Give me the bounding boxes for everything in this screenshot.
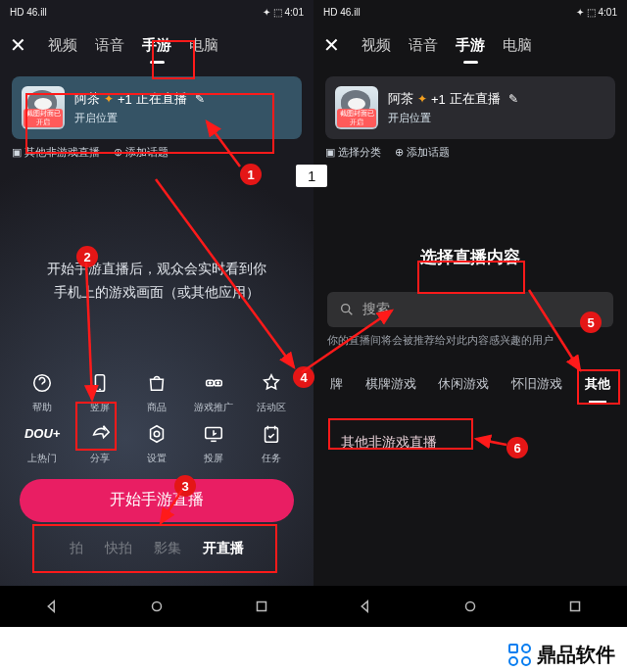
help-button[interactable]: 帮助 xyxy=(18,369,67,414)
dou-button[interactable]: DOU+上热门 xyxy=(18,420,67,465)
live-info-card[interactable]: 截图封面已开启 阿茶✦+1正在直播 ✎ 开启位置 xyxy=(325,76,615,139)
live-title: 阿茶✦+1正在直播 ✎ xyxy=(74,90,292,108)
mode-album[interactable]: 影集 xyxy=(154,540,181,557)
close-icon[interactable]: ✕ xyxy=(10,33,26,57)
svg-rect-11 xyxy=(257,602,265,611)
start-live-button[interactable]: 开始手游直播 xyxy=(20,479,294,522)
avatar: 截图封面已开启 xyxy=(22,86,65,129)
brand-logo-icon xyxy=(508,644,531,666)
step-label: 1 xyxy=(296,165,327,187)
nav-back-icon[interactable] xyxy=(357,598,374,615)
portrait-button[interactable]: 竖屏 xyxy=(75,369,124,414)
icon-row-1: 帮助 竖屏 商品 游戏推广 活动区 xyxy=(0,363,314,414)
settings-button[interactable]: 设置 xyxy=(132,420,181,465)
phone-right: HD 46.ill ✦ ⬚ 4:01 ✕ 视频 语音 手游 电脑 截图封面已开启… xyxy=(314,0,627,627)
topic-chip[interactable]: ⊕ 添加话题 xyxy=(114,145,169,160)
hint-text: 开始手游直播后，观众会实时看到你手机上的游戏画面（或其他应用） xyxy=(0,258,314,305)
tab-video[interactable]: 视频 xyxy=(362,32,391,59)
brand-text: 鼎品软件 xyxy=(537,642,615,668)
nav-recent-icon[interactable] xyxy=(253,598,270,615)
task-button[interactable]: 任务 xyxy=(247,420,296,465)
tab-voice[interactable]: 语音 xyxy=(409,32,438,59)
avatar: 截图封面已开启 xyxy=(335,86,378,129)
nav-back-icon[interactable] xyxy=(43,598,61,615)
mode-shoot[interactable]: 拍 xyxy=(70,540,83,557)
cat-item[interactable]: 牌 xyxy=(328,371,345,397)
svg-rect-4 xyxy=(215,380,221,386)
top-tabs: ✕ 视频 语音 手游 电脑 xyxy=(0,24,314,67)
svg-point-5 xyxy=(217,382,219,384)
location-sub[interactable]: 开启位置 xyxy=(74,111,292,125)
svg-rect-14 xyxy=(570,602,579,611)
top-tabs: ✕ 视频 语音 手游 电脑 xyxy=(314,24,627,67)
tab-voice[interactable]: 语音 xyxy=(95,32,124,59)
system-navbar xyxy=(0,586,314,627)
category-chip[interactable]: ▣ 其他非游戏直播 xyxy=(12,145,100,160)
cat-other[interactable]: 其他 xyxy=(583,371,612,397)
nav-home-icon[interactable] xyxy=(461,598,479,615)
cast-button[interactable]: 投屏 xyxy=(189,420,238,465)
result-row[interactable]: 其他非游戏直播 xyxy=(327,424,613,461)
status-bar: HD 46.ill ✦ ⬚ 4:01 xyxy=(0,0,314,24)
edit-icon[interactable]: ✎ xyxy=(195,92,205,106)
meta-row: ▣ 选择分类 ⊕ 添加话题 xyxy=(325,145,615,160)
bottom-mode-tabs: 拍 快拍 影集 开直播 xyxy=(0,532,314,565)
svg-rect-9 xyxy=(265,427,277,442)
nav-recent-icon[interactable] xyxy=(566,598,584,615)
live-title: 阿茶✦+1正在直播 ✎ xyxy=(388,90,605,108)
topic-chip[interactable]: ⊕ 添加话题 xyxy=(395,145,450,160)
icon-row-2: DOU+上热门 分享 设置 投屏 任务 xyxy=(0,414,314,465)
svg-marker-6 xyxy=(151,425,164,442)
mode-live[interactable]: 开直播 xyxy=(203,540,244,557)
close-icon[interactable]: ✕ xyxy=(323,33,340,57)
nav-home-icon[interactable] xyxy=(148,598,166,615)
meta-row: ▣ 其他非游戏直播 ⊕ 添加话题 xyxy=(12,145,302,160)
tab-game[interactable]: 手游 xyxy=(142,32,171,59)
svg-point-7 xyxy=(154,431,160,437)
svg-point-10 xyxy=(152,602,161,611)
cat-board[interactable]: 棋牌游戏 xyxy=(363,371,418,397)
search-icon xyxy=(339,302,355,317)
share-button[interactable]: 分享 xyxy=(75,420,124,465)
sheet-title: 选择直播内容 xyxy=(314,246,627,268)
tab-pc[interactable]: 电脑 xyxy=(189,32,218,59)
search-input[interactable]: 搜索 xyxy=(327,292,613,327)
live-info-card[interactable]: 截图封面已开启 阿茶✦+1正在直播 ✎ 开启位置 xyxy=(12,76,302,139)
svg-point-3 xyxy=(210,382,212,384)
search-hint: 你的直播间将会被推荐给对此内容感兴趣的用户 xyxy=(327,333,613,348)
edit-icon[interactable]: ✎ xyxy=(508,92,518,106)
tab-pc[interactable]: 电脑 xyxy=(503,32,532,59)
system-navbar xyxy=(314,586,627,627)
brand-watermark: 鼎品软件 xyxy=(508,642,615,668)
goods-button[interactable]: 商品 xyxy=(132,369,181,414)
status-bar: HD 46.ill ✦ ⬚ 4:01 xyxy=(314,0,627,24)
category-row: 牌 棋牌游戏 休闲游戏 怀旧游戏 其他 xyxy=(314,371,627,397)
location-sub[interactable]: 开启位置 xyxy=(388,111,605,125)
cat-casual[interactable]: 休闲游戏 xyxy=(436,371,491,397)
svg-point-12 xyxy=(342,305,350,312)
svg-point-13 xyxy=(465,602,474,611)
cat-retro[interactable]: 怀旧游戏 xyxy=(509,371,564,397)
tab-video[interactable]: 视频 xyxy=(48,32,77,59)
mode-quick[interactable]: 快拍 xyxy=(105,540,132,557)
zone-button[interactable]: 活动区 xyxy=(247,369,296,414)
promo-button[interactable]: 游戏推广 xyxy=(189,369,238,414)
svg-rect-2 xyxy=(207,380,214,386)
tab-game[interactable]: 手游 xyxy=(456,32,485,59)
phone-left: HD 46.ill ✦ ⬚ 4:01 ✕ 视频 语音 手游 电脑 截图封面已开启… xyxy=(0,0,314,627)
category-chip[interactable]: ▣ 选择分类 xyxy=(325,145,381,160)
